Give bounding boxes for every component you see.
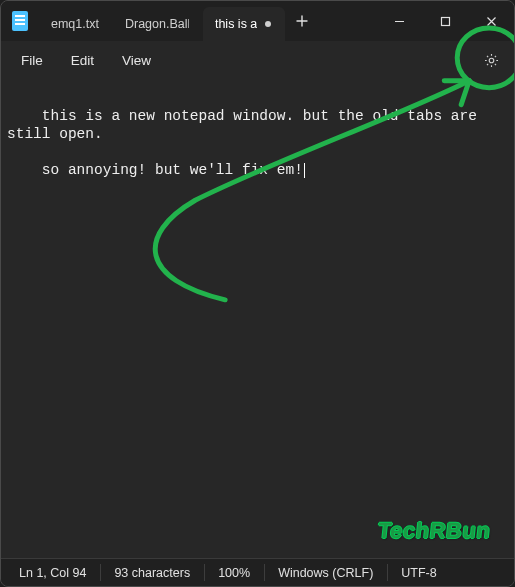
- editor-line: so annoying! but we'll fix em!: [42, 162, 303, 178]
- notepad-window: emq1.txt Dragon.Ball.S this is a: [0, 0, 515, 587]
- settings-button[interactable]: [474, 43, 508, 77]
- text-caret-icon: [304, 163, 305, 178]
- tab-label: emq1.txt: [51, 17, 99, 31]
- svg-point-1: [489, 58, 494, 63]
- techrbun-watermark: TechRBun: [376, 518, 491, 544]
- status-line-ending[interactable]: Windows (CRLF): [264, 559, 387, 586]
- tab-thisis[interactable]: this is a: [203, 7, 285, 41]
- menu-edit[interactable]: Edit: [57, 47, 108, 74]
- text-editor[interactable]: this is a new notepad window. but the ol…: [1, 79, 514, 558]
- tab-label: Dragon.Ball.S: [125, 17, 189, 31]
- window-controls: [376, 1, 514, 41]
- status-zoom[interactable]: 100%: [204, 559, 264, 586]
- close-button[interactable]: [468, 1, 514, 41]
- status-position[interactable]: Ln 1, Col 94: [5, 559, 100, 586]
- title-bar: emq1.txt Dragon.Ball.S this is a: [1, 1, 514, 41]
- menu-file[interactable]: File: [7, 47, 57, 74]
- minimize-button[interactable]: [376, 1, 422, 41]
- tab-strip: emq1.txt Dragon.Ball.S this is a: [39, 1, 285, 41]
- menu-bar: File Edit View: [1, 41, 514, 79]
- status-char-count[interactable]: 93 characters: [100, 559, 204, 586]
- status-bar: Ln 1, Col 94 93 characters 100% Windows …: [1, 558, 514, 586]
- editor-line: this is a new notepad window. but the ol…: [7, 108, 486, 142]
- tab-emq1[interactable]: emq1.txt: [39, 7, 113, 41]
- tab-label: this is a: [215, 17, 257, 31]
- unsaved-indicator-icon: [265, 21, 271, 27]
- status-encoding[interactable]: UTF-8: [387, 559, 450, 586]
- menu-view[interactable]: View: [108, 47, 165, 74]
- tab-dragonball[interactable]: Dragon.Ball.S: [113, 7, 203, 41]
- notepad-app-icon: [1, 1, 39, 41]
- gear-icon: [483, 52, 500, 69]
- maximize-button[interactable]: [422, 1, 468, 41]
- svg-rect-0: [441, 17, 449, 25]
- new-tab-button[interactable]: [285, 1, 319, 41]
